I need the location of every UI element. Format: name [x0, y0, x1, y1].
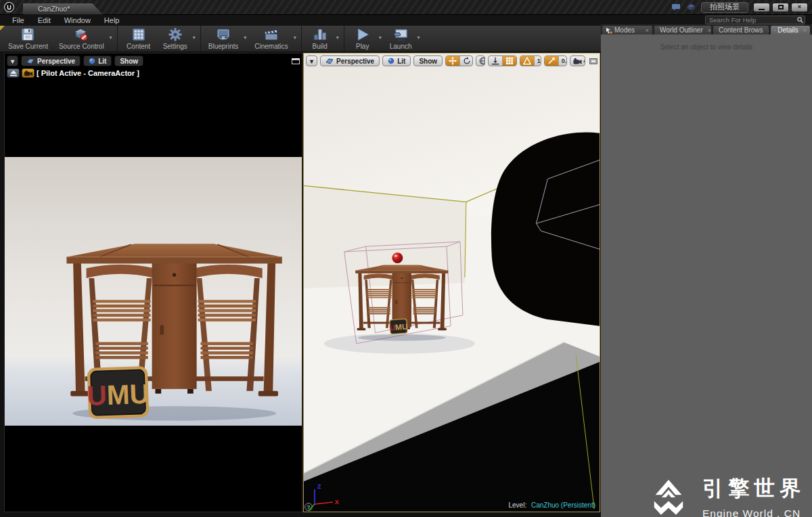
umu-badge[interactable] [389, 319, 409, 335]
unreal-logo-icon [0, 0, 18, 15]
details-panel-body: Select an object to view details 引擎世界 En… [601, 43, 812, 517]
menu-window[interactable]: Window [58, 16, 97, 24]
camera-preview-render [5, 157, 302, 426]
content-button[interactable]: Content [120, 26, 158, 51]
dropdown-caret-icon[interactable]: ▾ [110, 35, 112, 41]
level-name: CanZhuo (Persistent) [531, 501, 595, 509]
no-selection-message: Select an object to view details [601, 43, 812, 51]
lit-button[interactable]: Lit [83, 55, 112, 66]
help-search-row [601, 15, 812, 24]
main-toolbar: Save Current Source Control ▾ [0, 26, 601, 52]
feedback-icon[interactable] [671, 3, 681, 12]
tab-close-icon[interactable]: × [765, 27, 769, 34]
viewport-right-scene[interactable]: ? Z X Y ▾ Perspective [303, 53, 600, 512]
details-panel: Modes × World Outliner × Content Brows × [601, 15, 812, 517]
engine-world-watermark: 引擎世界 Engine World . CN [644, 472, 805, 517]
left-viewport-toolbar: ▾ Perspective Lit Show [7, 55, 300, 67]
menu-file[interactable]: File [5, 16, 31, 24]
perspective-icon [26, 58, 35, 64]
dropdown-caret-icon[interactable]: ▾ [336, 35, 339, 41]
perspective-button[interactable]: Perspective [21, 55, 81, 66]
dropdown-caret-icon[interactable]: ▾ [379, 35, 382, 41]
camera-icon [573, 58, 582, 65]
save-current-button[interactable]: Save Current [3, 26, 53, 51]
show-button[interactable]: Show [413, 55, 443, 66]
source-control-button[interactable]: Source Control ▾ [53, 26, 115, 51]
cinematics-button[interactable]: Cinematics ▾ [249, 26, 298, 51]
launch-button[interactable]: Launch ▾ [384, 26, 423, 51]
rotation-snap-toggle-button[interactable] [520, 56, 535, 66]
play-button[interactable]: Play ▾ [346, 26, 384, 51]
grid-icon [505, 57, 514, 65]
red-sphere-light[interactable] [392, 252, 403, 263]
engine-world-logo-icon [644, 472, 693, 517]
camera-speed-button[interactable]: 4▾ [570, 56, 585, 66]
viewport-options-button[interactable]: ▾ [306, 55, 317, 66]
play-icon [355, 27, 371, 42]
tab-details[interactable]: Details × [770, 25, 811, 35]
source-control-icon [72, 27, 90, 42]
blueprints-button[interactable]: Blueprints ▾ [203, 26, 249, 51]
axis-z-label: Z [317, 483, 321, 490]
tab-close-icon[interactable]: × [643, 27, 649, 34]
details-icon [774, 27, 775, 34]
move-tool-button[interactable] [446, 56, 460, 66]
tab-close-icon[interactable]: × [705, 27, 711, 34]
lit-icon [388, 58, 394, 64]
level-indicator[interactable]: Level: CanZhuo (Persistent) [508, 501, 595, 509]
build-button[interactable]: Build ▾ [304, 26, 342, 51]
float-window-icon[interactable] [292, 58, 300, 64]
menu-edit[interactable]: Edit [31, 16, 58, 24]
dropdown-caret-icon[interactable]: ▾ [418, 35, 420, 41]
level-tab[interactable]: CanZhuo* [23, 3, 103, 15]
scale-snap-group: 0.25▾ [544, 55, 567, 66]
surface-snap-button[interactable] [489, 56, 503, 66]
pilot-camera-button[interactable] [22, 68, 35, 78]
rotate-icon [463, 57, 471, 65]
restore-button[interactable] [772, 3, 789, 12]
lit-button[interactable]: Lit [382, 55, 411, 66]
scale-snap-value-button[interactable]: 0.25▾ [559, 56, 567, 66]
level-label: Level: [508, 501, 526, 509]
rotation-snap-value-button[interactable]: 10°▾ [535, 56, 541, 66]
blueprints-icon [215, 27, 232, 42]
umu-badge[interactable] [86, 366, 150, 420]
photo-scene-label: 拍照场景 [710, 2, 740, 12]
eject-pilot-button[interactable] [7, 68, 20, 78]
close-button[interactable]: × [791, 3, 808, 12]
cinematics-icon [263, 27, 280, 42]
transform-tools-group [445, 55, 473, 66]
help-search-input[interactable] [705, 16, 805, 24]
tab-content-browser[interactable]: Content Brows × [713, 25, 769, 35]
dropdown-caret-icon[interactable]: ▾ [193, 35, 196, 41]
bug-report-icon[interactable] [686, 3, 696, 12]
settings-button[interactable]: Settings ▾ [158, 26, 198, 51]
viewport-area: ▾ Perspective Lit Show [0, 52, 601, 517]
tab-world-outliner[interactable]: World Outliner × [654, 25, 712, 35]
show-button[interactable]: Show [114, 55, 143, 66]
grid-snap-toggle-button[interactable] [503, 56, 517, 66]
titlebar: CanZhuo* 拍照场景 × [0, 0, 812, 15]
right-viewport-toolbar: ▾ Perspective Lit Show [306, 55, 597, 67]
coordinate-system-group [476, 55, 485, 66]
world-local-toggle-button[interactable] [476, 56, 485, 66]
viewport-left-camera[interactable]: ▾ Perspective Lit Show [4, 53, 302, 512]
save-icon [20, 27, 36, 42]
viewport-options-button[interactable]: ▾ [7, 55, 18, 66]
minimize-button[interactable] [753, 3, 770, 12]
perspective-button[interactable]: Perspective [320, 55, 380, 66]
dropdown-caret-icon[interactable]: ▾ [294, 35, 296, 41]
tab-modes[interactable]: Modes × [602, 25, 653, 35]
tab-close-icon[interactable]: × [800, 27, 807, 34]
maximize-viewport-icon[interactable] [589, 58, 597, 64]
dropdown-caret-icon[interactable]: ▾ [244, 35, 246, 41]
settings-gear-icon [168, 27, 183, 42]
build-icon [312, 27, 328, 42]
grid-snap-group: 10▾ [488, 55, 517, 66]
rotate-tool-button[interactable] [460, 56, 473, 66]
scale-snap-toggle-button[interactable] [545, 56, 559, 66]
scale-snap-icon [547, 57, 556, 65]
menu-help[interactable]: Help [97, 16, 127, 24]
pilot-active-label: [ Pilot Active - CameraActor ] [37, 69, 139, 77]
photo-scene-button[interactable]: 拍照场景 [701, 2, 748, 13]
